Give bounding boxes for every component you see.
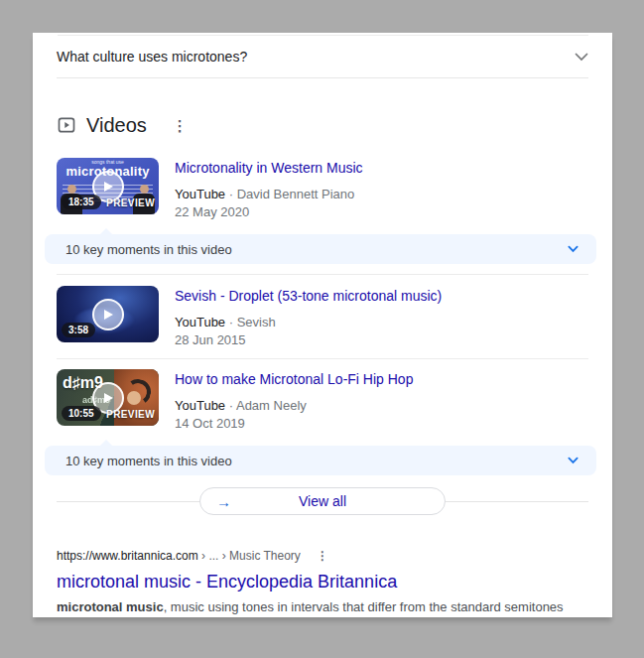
dot-separator: ·: [229, 398, 233, 413]
chevron-down-icon[interactable]: [575, 53, 588, 62]
more-vert-icon[interactable]: ⋮: [317, 550, 328, 562]
video-duration-badge: 10:55: [62, 406, 101, 421]
videos-section-header: Videos ⋮: [57, 112, 588, 138]
key-moments-text: 10 key moments in this video: [65, 454, 232, 468]
organic-result: https://www.britannica.com › ... › Music…: [57, 548, 588, 617]
key-moments-text: 10 key moments in this video: [65, 242, 232, 257]
video-result-row: d♯m9 ad♯m9 10:55 PREVIEW How to make Mic…: [57, 369, 588, 431]
divider: [57, 358, 588, 359]
video-result-row: 3:58 Sevish - Droplet (53-tone microtona…: [57, 286, 588, 347]
view-all-label: View all: [299, 493, 346, 509]
video-duration-badge: 18:35: [62, 195, 101, 209]
play-icon[interactable]: [92, 299, 124, 330]
view-all-button[interactable]: → View all: [199, 487, 446, 515]
more-vert-icon[interactable]: ⋮: [173, 118, 188, 133]
chevron-down-icon[interactable]: [568, 245, 579, 253]
key-moments-notch: [99, 440, 113, 447]
video-title-link[interactable]: How to make Microtonal Lo-Fi Hip Hop: [175, 371, 413, 387]
video-source: YouTube: [175, 187, 225, 201]
video-duration-badge: 3:58: [62, 323, 95, 337]
video-source: YouTube: [175, 315, 225, 329]
videos-section-title: Videos: [86, 114, 147, 137]
key-moments-notch: [99, 228, 113, 235]
video-source-line: YouTube · Sevish: [175, 315, 442, 329]
thumbnail-face: [127, 391, 141, 405]
divider: [57, 274, 588, 275]
video-result-row: songs that use microtonality 18:35 PREVI…: [57, 158, 588, 219]
key-moments-bar[interactable]: 10 key moments in this video: [45, 446, 596, 475]
video-title-link[interactable]: Microtonality in Western Music: [175, 160, 363, 176]
result-title-link[interactable]: microtonal music - Encyclopedia Britanni…: [57, 571, 397, 592]
preview-label: PREVIEW: [106, 409, 155, 420]
video-info: Microtonality in Western Music YouTube ·…: [175, 158, 363, 219]
video-channel: David Bennett Piano: [237, 187, 355, 201]
preview-label: PREVIEW: [106, 197, 155, 208]
breadcrumb-path: › ... › Music Theory: [198, 549, 301, 563]
view-all-section: → View all: [33, 487, 612, 515]
result-snippet: microtonal music, music using tones in i…: [57, 597, 588, 617]
video-date: 22 May 2020: [175, 204, 363, 219]
chevron-down-icon[interactable]: [568, 457, 579, 464]
dot-separator: ·: [229, 187, 233, 201]
breadcrumb-url: https://www.britannica.com: [57, 549, 198, 563]
video-source-line: YouTube · Adam Neely: [175, 398, 413, 413]
video-date: 28 Jun 2015: [175, 332, 442, 347]
question-text: What culture uses microtones?: [57, 49, 247, 65]
video-source: YouTube: [175, 398, 225, 413]
video-channel: Sevish: [237, 315, 276, 329]
video-info: How to make Microtonal Lo-Fi Hip Hop You…: [175, 369, 413, 431]
arrow-right-icon: →: [216, 494, 231, 509]
video-thumbnail[interactable]: d♯m9 ad♯m9 10:55 PREVIEW: [57, 369, 159, 426]
dot-separator: ·: [229, 315, 233, 329]
video-title-link[interactable]: Sevish - Droplet (53-tone microtonal mus…: [175, 288, 442, 304]
breadcrumb: https://www.britannica.com › ... › Music…: [57, 548, 588, 564]
breadcrumb-text: https://www.britannica.com › ... › Music…: [57, 549, 301, 563]
video-play-box-icon: [57, 115, 76, 135]
video-thumbnail[interactable]: songs that use microtonality 18:35 PREVI…: [57, 158, 159, 214]
key-moments-bar[interactable]: 10 key moments in this video: [45, 234, 596, 264]
video-source-line: YouTube · David Bennett Piano: [175, 187, 363, 201]
people-also-ask-question[interactable]: What culture uses microtones?: [57, 36, 588, 77]
video-thumbnail[interactable]: 3:58: [57, 286, 159, 342]
people-also-ask-wrap: What culture uses microtones?: [57, 36, 588, 78]
search-results-card: What culture uses microtones? Videos ⋮ s…: [33, 33, 612, 617]
snippet-bold-text: microtonal music: [57, 599, 164, 614]
video-date: 14 Oct 2019: [175, 416, 413, 431]
video-channel: Adam Neely: [236, 398, 307, 413]
video-info: Sevish - Droplet (53-tone microtonal mus…: [175, 286, 442, 347]
